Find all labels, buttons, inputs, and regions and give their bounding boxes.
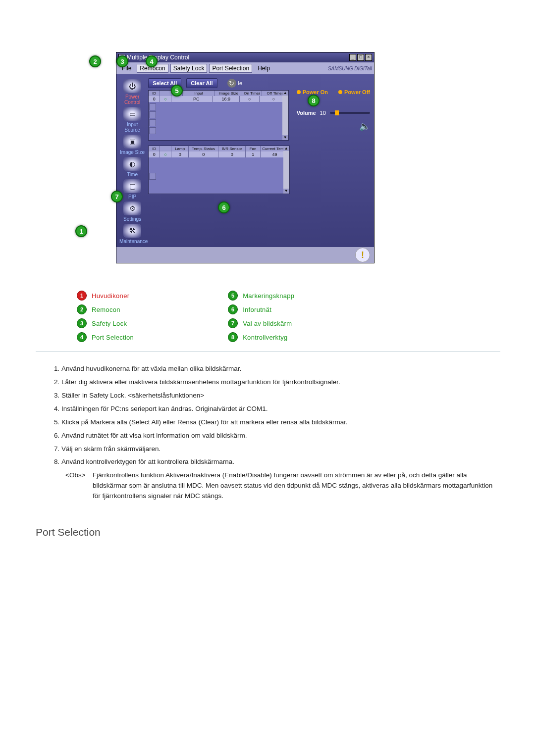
- col-blank1: [160, 91, 171, 96]
- power-off-button[interactable]: Power Off: [338, 89, 370, 95]
- grid-top-row[interactable]: 0 ○ PC 16:9 ○ ○: [149, 96, 288, 102]
- scroll-up-icon[interactable]: ▲: [282, 91, 288, 96]
- legend-badge-3: 3: [77, 318, 87, 328]
- list-item: Välj en skärm från skärmväljaren.: [61, 444, 499, 454]
- list-item: Ställer in Safety Lock. <säkerhetslåsfun…: [61, 391, 499, 401]
- legend-item-2: 2 Remocon: [77, 304, 134, 314]
- callout-6: 6: [218, 202, 230, 213]
- cycle-icon[interactable]: ↻: [227, 79, 236, 88]
- legend-item-3: 3 Safety Lock: [77, 318, 134, 328]
- sidebar-input-source[interactable]: ▭ Input Source: [119, 107, 145, 133]
- note-text: Fjärrkontrollens funktion Aktivera/Inakt…: [93, 470, 499, 502]
- sidebar-maintenance[interactable]: 🛠 Maintenance: [119, 224, 145, 244]
- grid-bottom-row[interactable]: 0 ○ 0 0 0 1 49: [149, 151, 289, 157]
- legend-item-1: 1 Huvudikoner: [77, 291, 134, 301]
- volume-value: 10: [320, 110, 326, 116]
- menu-help[interactable]: Help: [254, 64, 273, 73]
- col-on-timer: On Timer: [242, 91, 262, 96]
- display-selector-box[interactable]: [149, 173, 156, 180]
- scroll-down-icon[interactable]: ▼: [282, 135, 288, 140]
- gear-icon: ⚙: [123, 202, 141, 215]
- speaker-icon[interactable]: 🔈: [297, 121, 370, 132]
- clock-icon: ◐: [123, 157, 141, 171]
- callout-7: 7: [111, 191, 123, 202]
- list-item: Använd huvudikonerna för att växla mella…: [61, 364, 499, 374]
- note-label: <Obs>: [65, 470, 93, 502]
- window-title: Multiple Display Control: [127, 54, 189, 61]
- sidebar-pip[interactable]: ▢ PIP: [119, 179, 145, 200]
- app-body: ⏻ Power Control ▭ Input Source ▣ Image S…: [116, 74, 374, 247]
- list-item: Använd kontrollverktygen för att kontrol…: [61, 457, 499, 467]
- menu-safety-lock[interactable]: Safety Lock: [170, 64, 208, 73]
- pip-icon: ▢: [123, 179, 141, 193]
- callout-2: 2: [89, 55, 101, 67]
- main-area: Select All Clear All ↻ le ID: [148, 74, 293, 247]
- legend-badge-8: 8: [228, 332, 238, 342]
- minimize-icon[interactable]: _: [349, 54, 356, 61]
- legend-badge-5: 5: [228, 291, 238, 301]
- maximize-icon[interactable]: □: [357, 54, 364, 61]
- legend-item-4: 4 Port Selection: [77, 332, 134, 342]
- grid-scrollbar[interactable]: ▲ ▼: [283, 146, 289, 194]
- info-grid-top[interactable]: ID Input Image Size On Timer Off Timer 0: [148, 90, 289, 141]
- left-icon-column: ⏻ Power Control ▭ Input Source ▣ Image S…: [116, 74, 148, 247]
- legend-item-6: 6 Inforutnät: [228, 304, 294, 314]
- col-image-size: Image Size: [215, 91, 242, 96]
- menu-port-selection[interactable]: Port Selection: [209, 64, 252, 73]
- sidebar-image-size[interactable]: ▣ Image Size: [119, 135, 145, 155]
- dot-icon: [338, 90, 342, 94]
- display-selector-box[interactable]: [149, 119, 156, 126]
- sidebar-power-control[interactable]: ⏻ Power Control: [119, 79, 145, 105]
- callout-5: 5: [171, 85, 183, 97]
- dot-icon: [297, 90, 301, 94]
- warning-icon[interactable]: !: [355, 248, 370, 262]
- status-bar: !: [116, 247, 374, 263]
- list-item: Låter dig aktivera eller inaktivera bild…: [61, 377, 499, 388]
- slider-thumb-icon[interactable]: [335, 110, 339, 115]
- legend-badge-7: 7: [228, 318, 238, 328]
- note: <Obs> Fjärrkontrollens funktion Aktivera…: [65, 470, 499, 502]
- legend-item-8: 8 Kontrollverktyg: [228, 332, 294, 342]
- info-grid-bottom[interactable]: ID Lamp Temp. Status B/R Sensor Fan Curr…: [148, 146, 290, 194]
- callout-3: 3: [116, 55, 128, 67]
- section-heading: Port Selection: [36, 526, 535, 538]
- sidebar-settings[interactable]: ⚙ Settings: [119, 202, 145, 222]
- grid-scrollbar[interactable]: ▲ ▼: [282, 91, 288, 140]
- display-selector-box[interactable]: [149, 111, 156, 118]
- display-selector-box[interactable]: [149, 127, 156, 134]
- callout-8: 8: [308, 95, 320, 106]
- list-item: Inställningen för PC:ns serieport kan än…: [61, 404, 499, 414]
- legend-badge-2: 2: [77, 304, 87, 314]
- list-item: Klicka på Markera alla (Select All) elle…: [61, 417, 499, 428]
- legend-item-7: 7 Val av bildskärm: [228, 318, 294, 328]
- image-size-icon: ▣: [123, 135, 141, 149]
- sidebar-time[interactable]: ◐ Time: [119, 157, 145, 177]
- volume-slider[interactable]: [330, 112, 370, 114]
- input-source-icon: ▭: [123, 107, 141, 121]
- close-icon[interactable]: ×: [365, 54, 372, 61]
- scroll-up-icon[interactable]: ▲: [283, 146, 289, 151]
- cycle-label: le: [238, 80, 243, 86]
- col-id: ID: [149, 91, 160, 96]
- scroll-down-icon[interactable]: ▼: [283, 189, 289, 194]
- separator: [36, 351, 500, 352]
- legend-badge-6: 6: [228, 304, 238, 314]
- legend-item-5: 5 Markeringsknapp: [228, 291, 294, 301]
- volume-label: Volume: [297, 110, 316, 116]
- power-icon: ⏻: [123, 79, 141, 93]
- legend-badge-1: 1: [77, 291, 87, 301]
- clear-all-button[interactable]: Clear All: [186, 78, 217, 88]
- app-window: Multiple Display Control _ □ × File Remo…: [116, 52, 374, 263]
- description-list: Använd huvudikonerna för att växla mella…: [36, 364, 499, 502]
- col-input: Input: [183, 91, 215, 96]
- maintenance-icon: 🛠: [123, 224, 141, 238]
- callout-4: 4: [146, 55, 158, 67]
- callout-1: 1: [75, 225, 87, 237]
- control-panel: Power On Power Off Volume 10: [293, 74, 374, 247]
- brand-label: SAMSUNG DIGITall: [328, 66, 372, 71]
- list-item: Använd rutnätet för att visa kort inform…: [61, 431, 499, 441]
- legend: 1 Huvudikoner 2 Remocon 3 Safety Lock 4 …: [77, 291, 535, 342]
- legend-badge-4: 4: [77, 332, 87, 342]
- display-selector-box[interactable]: [149, 103, 156, 110]
